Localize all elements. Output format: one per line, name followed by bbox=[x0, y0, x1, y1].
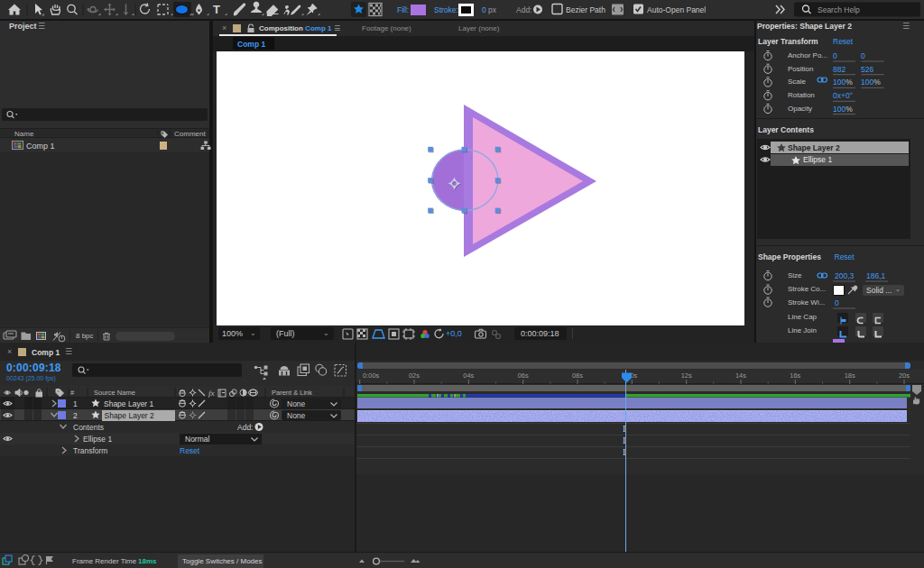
svg-text:12s: 12s bbox=[681, 371, 692, 380]
svg-text:16s: 16s bbox=[790, 371, 800, 380]
svg-text:fx: fx bbox=[208, 389, 215, 398]
svg-text:14s: 14s bbox=[735, 371, 746, 380]
svg-text:06s: 06s bbox=[518, 371, 529, 380]
svg-text:20s: 20s bbox=[899, 371, 910, 380]
svg-text:18s: 18s bbox=[845, 371, 855, 380]
svg-text:08s: 08s bbox=[572, 371, 583, 380]
svg-text:02s: 02s bbox=[409, 371, 420, 380]
svg-text:0:00s: 0:00s bbox=[363, 371, 380, 380]
svg-text:04s: 04s bbox=[463, 371, 474, 380]
